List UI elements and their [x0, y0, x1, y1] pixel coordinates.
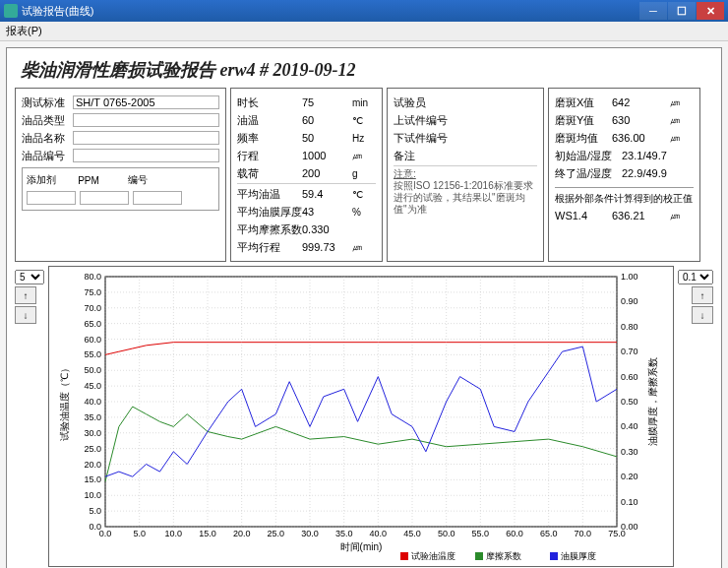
type-input[interactable]	[73, 113, 219, 127]
svg-text:0.30: 0.30	[621, 447, 638, 457]
freq-unit: Hz	[352, 133, 376, 144]
avgfric-label: 平均摩擦系数	[237, 222, 302, 237]
std-input[interactable]	[73, 95, 219, 109]
avgstroke-label: 平均行程	[237, 240, 302, 255]
svg-text:75.0: 75.0	[84, 287, 101, 297]
panel-oil-info: 测试标准 油品类型 油品名称 油品编号 添加剂 PPM 编号	[15, 88, 226, 262]
svg-text:0.40: 0.40	[621, 421, 638, 431]
svg-text:20.0: 20.0	[84, 460, 101, 470]
note-label: 注意:	[394, 168, 416, 179]
svg-text:80.0: 80.0	[84, 272, 101, 282]
svg-text:60.0: 60.0	[506, 529, 523, 538]
window-titlebar: 试验报告(曲线) ─ ☐ ✕	[0, 0, 728, 22]
svg-text:0.70: 0.70	[621, 347, 638, 356]
svg-text:油膜厚度: 油膜厚度	[561, 551, 596, 561]
svg-text:45.0: 45.0	[84, 381, 101, 391]
avgtemp-unit: ℃	[352, 189, 376, 200]
ws-label: WS1.4	[555, 210, 612, 221]
svg-text:0.90: 0.90	[621, 296, 638, 306]
close-button[interactable]: ✕	[697, 2, 724, 20]
wy-unit: ㎛	[670, 113, 694, 127]
avgtemp-value: 59.4	[302, 188, 352, 200]
svg-text:35.0: 35.0	[84, 412, 101, 422]
ppm-label: PPM	[64, 175, 113, 186]
maximize-button[interactable]: ☐	[668, 2, 696, 20]
app-icon	[4, 4, 18, 18]
additive-input[interactable]	[27, 191, 76, 205]
wavg-label: 磨斑均值	[555, 131, 612, 146]
avgstroke-value: 999.73	[302, 241, 352, 253]
minimize-button[interactable]: ─	[639, 2, 667, 20]
report-title: 柴油润滑性磨损试验报告 erw4 # 2019-09-12	[21, 58, 713, 82]
dur-unit: min	[352, 97, 376, 108]
wy-value: 630	[612, 114, 670, 126]
svg-text:10.0: 10.0	[165, 529, 183, 538]
code-label: 油品编号	[22, 149, 73, 163]
svg-text:45.0: 45.0	[403, 529, 421, 538]
svg-text:70.0: 70.0	[84, 303, 101, 313]
corr-title: 根据外部条件计算得到的校正值	[555, 192, 694, 206]
wavg-unit: ㎛	[670, 131, 694, 145]
avgfilm-value: 43	[302, 206, 352, 218]
name-input[interactable]	[73, 131, 219, 145]
svg-rect-81	[400, 552, 408, 560]
svg-text:时间(min): 时间(min)	[340, 541, 383, 552]
serial-label: 编号	[113, 173, 162, 187]
panel-test-params: 时长75min 油温60℃ 频率50Hz 行程1000㎛ 载荷200g 平均油温…	[230, 88, 383, 262]
wavg-value: 636.00	[612, 132, 670, 144]
end-value: 22.9/49.9	[622, 167, 667, 179]
dur-label: 时长	[237, 95, 302, 110]
remark-label: 备注	[394, 149, 453, 163]
right-down-button[interactable]: ↓	[692, 306, 713, 324]
svg-text:55.0: 55.0	[84, 349, 101, 359]
svg-text:5.0: 5.0	[89, 506, 101, 516]
temp-unit: ℃	[352, 115, 376, 126]
svg-text:15.0: 15.0	[84, 474, 101, 484]
end-label: 终了温/湿度	[555, 166, 622, 181]
code-input[interactable]	[73, 149, 219, 162]
load-unit: g	[352, 168, 376, 179]
avgfric-value: 0.330	[302, 223, 352, 235]
svg-text:70.0: 70.0	[575, 529, 592, 538]
svg-text:0.50: 0.50	[621, 397, 638, 407]
menu-report[interactable]: 报表(P)	[6, 25, 42, 36]
additive-label: 添加剂	[27, 173, 64, 187]
svg-text:65.0: 65.0	[540, 529, 558, 538]
svg-rect-83	[475, 552, 483, 560]
menubar: 报表(P)	[0, 22, 728, 41]
stroke-value: 1000	[302, 150, 352, 161]
lower-label: 下试件编号	[394, 131, 453, 146]
ws-value: 636.21	[612, 210, 670, 221]
left-down-button[interactable]: ↓	[15, 306, 36, 324]
note-text: 按照ISO 12156-1:2016标准要求进行的试验，其结果以"磨斑均值"为准	[394, 180, 533, 215]
temp-value: 60	[302, 114, 352, 126]
serial-input[interactable]	[133, 191, 182, 205]
svg-text:50.0: 50.0	[438, 529, 455, 538]
ppm-input[interactable]	[80, 191, 129, 205]
wy-label: 磨斑Y值	[555, 113, 612, 128]
svg-text:25.0: 25.0	[268, 529, 285, 538]
svg-text:摩擦系数: 摩擦系数	[486, 551, 521, 561]
upper-label: 上试件编号	[394, 113, 453, 128]
additive-fieldset: 添加剂 PPM 编号	[22, 167, 219, 211]
temp-label: 油温	[237, 113, 302, 128]
dur-value: 75	[302, 96, 352, 108]
svg-text:试验油温度: 试验油温度	[411, 551, 455, 561]
wx-label: 磨斑X值	[555, 95, 612, 110]
svg-text:60.0: 60.0	[84, 335, 101, 345]
chart-container: 0.05.010.015.020.025.030.035.040.045.050…	[48, 266, 674, 567]
svg-text:40.0: 40.0	[370, 529, 388, 538]
right-scale-select[interactable]: 0.1	[678, 270, 713, 284]
left-up-button[interactable]: ↑	[15, 286, 36, 304]
svg-text:0.10: 0.10	[621, 497, 638, 507]
svg-text:30.0: 30.0	[301, 529, 319, 538]
svg-text:5.0: 5.0	[133, 529, 146, 538]
right-up-button[interactable]: ↑	[692, 286, 713, 304]
svg-text:试验油温度（℃）: 试验油温度（℃）	[59, 363, 70, 441]
window-title: 试验报告(曲线)	[22, 4, 638, 19]
svg-text:油膜厚度，摩擦系数: 油膜厚度，摩擦系数	[647, 357, 658, 446]
svg-rect-85	[550, 552, 558, 560]
freq-label: 频率	[237, 131, 302, 146]
left-scale-select[interactable]: 5	[15, 270, 44, 284]
svg-text:30.0: 30.0	[84, 428, 101, 438]
